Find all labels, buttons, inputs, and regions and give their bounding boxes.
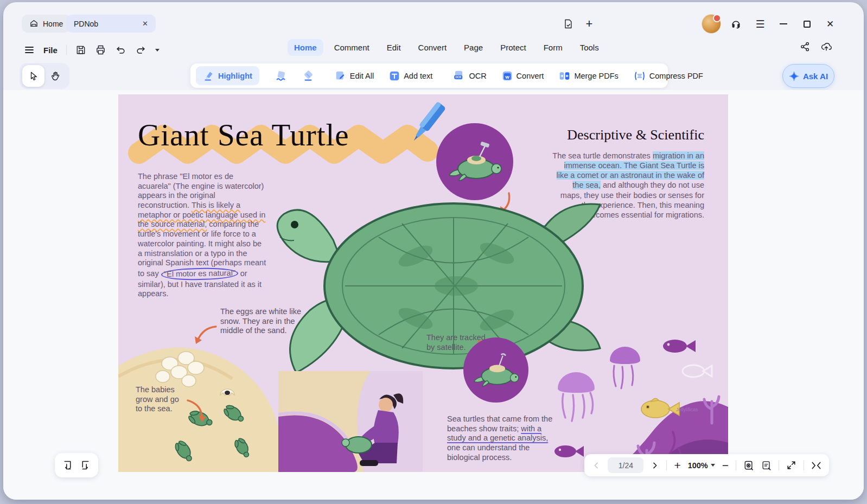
divider [804,461,804,470]
main-nav: Home Comment Edit Convert Page Protect F… [288,39,605,56]
sea-life-illustration [533,336,728,472]
nav-tab-tools[interactable]: Tools [573,39,605,56]
cloud-upload-icon[interactable] [820,41,832,52]
page-preview-icon[interactable] [743,460,754,471]
document-title: Giant Sea Turtle [138,117,349,152]
rotate-right-icon[interactable] [80,460,91,471]
tab-document[interactable]: PDNob ✕ [66,15,156,33]
print-icon[interactable] [95,44,106,55]
main-menu-icon[interactable]: ☰ [753,16,768,31]
document-area[interactable]: Giant Sea Turtle [3,90,864,500]
feature-toolbar: Highlight Edit All Add text OCR OCR W Co… [190,63,668,88]
share-icon[interactable] [800,41,811,52]
ask-ai-label: Ask AI [803,72,828,81]
more-tools-dropdown-icon[interactable] [155,49,160,52]
menu-row: File Home Comment Edit Convert Page Prot… [3,38,864,62]
avatar[interactable] [702,14,721,34]
zoom-level: 100% [688,461,708,470]
ask-ai-icon [789,71,799,81]
text-run: The sea turtle demonstrates [552,151,653,160]
zoom-in-icon[interactable]: + [674,460,680,471]
merge-pdfs-label: Merge PDFs [574,72,618,80]
add-text-icon [389,71,400,81]
compress-pdf-label: Compress PDF [649,72,703,80]
nav-tab-edit[interactable]: Edit [380,39,407,56]
compress-pdf-button[interactable]: Compress PDF [629,67,708,85]
eraser-tool[interactable] [297,66,319,86]
svg-text:OCR: OCR [456,76,462,79]
edit-all-label: Edit All [350,72,374,80]
arrow-annotation [184,398,206,424]
illustration-watermark: Jellylificas [676,407,698,412]
page-controls: 1/24 + 100% − [584,454,829,476]
nav-tab-protect[interactable]: Protect [494,39,533,56]
convert-label: Convert [517,72,544,80]
zoom-level-dropdown[interactable]: 100% [688,461,715,470]
highlight-label: Highlight [218,72,252,80]
ocr-icon: OCR [453,70,465,81]
nav-tab-comment[interactable]: Comment [328,39,376,56]
wavy-underline-tool[interactable] [270,66,292,86]
tab-document-label: PDNob [74,20,98,28]
redo-icon[interactable] [135,45,146,55]
beach-scene-illustration [278,371,423,472]
hand-icon [50,71,60,81]
text-run: one can understand the biological proces… [447,443,530,462]
add-text-label: Add text [404,72,432,80]
collapse-toolbar-icon[interactable] [811,461,821,470]
maximize-icon[interactable] [799,16,814,31]
minimize-icon[interactable] [776,16,791,31]
tab-home[interactable]: Home [22,15,71,33]
highlight-button[interactable]: Highlight [196,66,259,85]
rotate-left-icon[interactable] [62,460,73,471]
ask-ai-button[interactable]: Ask AI [782,64,834,88]
nav-tab-home[interactable]: Home [288,39,323,56]
document-check-icon[interactable] [560,16,576,31]
support-headset-icon[interactable] [728,16,743,31]
merge-pdfs-button[interactable]: Merge PDFs [554,67,623,85]
pdf-page[interactable]: Giant Sea Turtle [118,94,728,472]
divider [736,461,736,470]
nav-tab-convert[interactable]: Convert [412,39,454,56]
eraser-icon [302,70,314,82]
page-indicator[interactable]: 1/24 [608,457,643,473]
divider [779,461,779,470]
nav-tab-form[interactable]: Form [537,39,569,56]
divider [666,461,667,470]
jellyfish [558,347,640,421]
file-menu[interactable]: File [43,46,58,55]
nav-tab-page[interactable]: Page [457,39,489,56]
circled-text-annotation: "El motor es natural" [161,267,238,280]
cursor-icon [29,71,39,81]
add-text-button[interactable]: Add text [384,67,437,85]
save-icon[interactable] [75,44,86,55]
select-tool[interactable] [22,65,44,87]
divider [66,45,67,55]
close-window-icon[interactable]: ✕ [823,16,838,31]
new-tab-icon[interactable]: + [582,16,597,31]
svg-text:W: W [505,74,509,79]
edit-all-button[interactable]: Edit All [330,66,379,85]
wavy-underline-icon [275,70,287,82]
babies-note: The babies grow and go to the sea. [136,385,186,414]
zoom-dropdown-icon [711,464,715,467]
app-window: Home PDNob ✕ + ☰ ✕ File [3,2,864,500]
file-menu-icon[interactable] [25,46,35,54]
page-layout-icon[interactable] [761,460,772,471]
next-page-icon[interactable] [651,461,659,470]
window-tab-bar: Home PDNob ✕ + ☰ ✕ [3,2,864,35]
satellite-turtle-badge [463,337,528,403]
hand-tool[interactable] [44,65,66,87]
prev-page-icon[interactable] [592,461,601,470]
convert-button[interactable]: W Convert [497,67,549,85]
ocr-button[interactable]: OCR OCR [448,66,491,85]
highlighter-icon [203,70,214,81]
zoom-out-icon[interactable]: − [722,460,729,471]
home-icon [29,19,39,28]
edit-all-icon [335,70,346,81]
left-paragraph: The phrase "El motor es de acuarela" (Th… [138,172,268,299]
tab-close-icon[interactable]: ✕ [142,20,148,28]
undo-icon[interactable] [115,45,126,55]
fullscreen-icon[interactable] [786,460,796,470]
merge-pdfs-icon [559,71,570,81]
